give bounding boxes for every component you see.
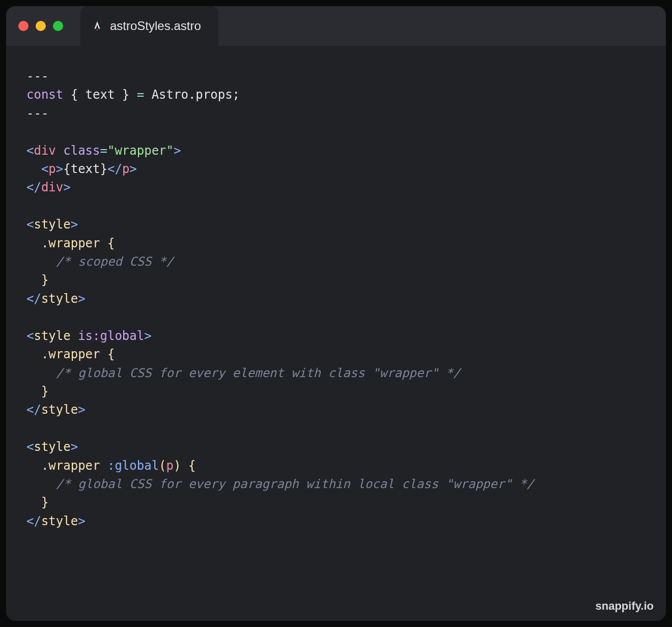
code-line: </style> (26, 512, 646, 530)
code-line: <style> (26, 215, 646, 234)
code-line: /* global CSS for every paragraph within… (26, 475, 646, 493)
code-line (26, 123, 646, 141)
code-line: .wrapper { (26, 345, 646, 363)
tab-active[interactable]: astroStyles.astro (80, 6, 218, 46)
code-line: } (26, 271, 646, 289)
titlebar: astroStyles.astro (6, 6, 666, 46)
code-line: --- (26, 104, 646, 123)
code-line (26, 308, 646, 326)
code-line: --- (26, 67, 646, 86)
code-line: /* global CSS for every element with cla… (26, 364, 646, 382)
code-line: </style> (26, 401, 646, 419)
code-line: </div> (26, 178, 646, 196)
code-line: } (26, 493, 646, 511)
code-line: <div class="wrapper"> (26, 141, 646, 160)
code-line: <p>{text}</p> (26, 160, 646, 178)
fullscreen-icon[interactable] (53, 21, 63, 31)
watermark: snappify.io (596, 600, 654, 613)
close-icon[interactable] (18, 21, 29, 31)
code-line: .wrapper :global(p) { (26, 457, 646, 475)
astro-icon (92, 20, 103, 32)
editor-window: astroStyles.astro ---const { text } = As… (6, 6, 666, 621)
minimize-icon[interactable] (36, 21, 46, 31)
code-line: .wrapper { (26, 234, 646, 252)
code-line: <style is:global> (26, 327, 646, 345)
code-line: <style> (26, 438, 646, 456)
code-content: ---const { text } = Astro.props;--- <div… (26, 67, 646, 530)
window-controls (18, 21, 63, 31)
code-line: } (26, 382, 646, 401)
code-line: </style> (26, 290, 646, 308)
code-line (26, 419, 646, 438)
code-editor[interactable]: ---const { text } = Astro.props;--- <div… (6, 46, 666, 621)
code-line: /* scoped CSS */ (26, 252, 646, 271)
tab-filename: astroStyles.astro (110, 19, 201, 33)
code-line: const { text } = Astro.props; (26, 86, 646, 104)
code-line (26, 197, 646, 215)
